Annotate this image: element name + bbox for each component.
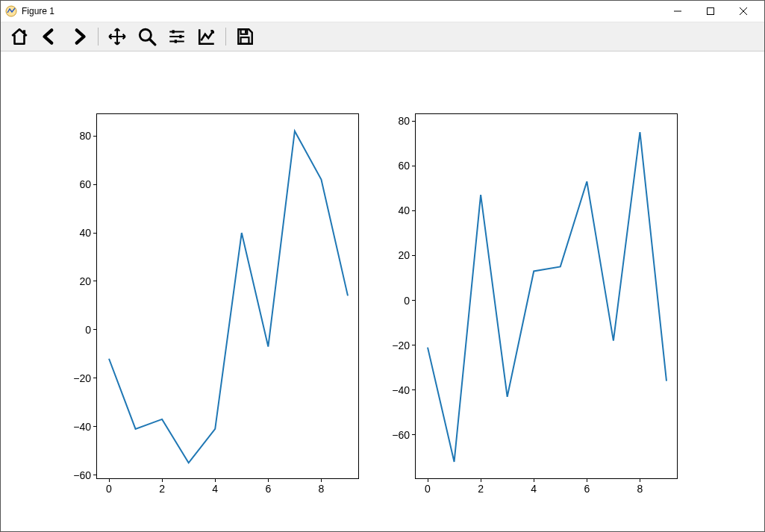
minimize-button[interactable] [661, 1, 694, 22]
titlebar-left: Figure 1 [5, 5, 54, 17]
ytick-label: 80 [79, 130, 91, 142]
back-button[interactable] [35, 24, 63, 49]
xtick-label: 4 [531, 483, 537, 495]
ytick-label: −40 [73, 421, 91, 433]
svg-rect-1 [708, 8, 714, 15]
svg-rect-7 [241, 37, 249, 44]
subplot-2[interactable]: −60−40−2002040608002468 [415, 113, 678, 479]
forward-button[interactable] [65, 24, 93, 49]
arrow-right-icon [69, 27, 89, 46]
ytick-label: 40 [398, 204, 410, 216]
figure-canvas[interactable]: −60−40−2002040608002468−60−40−2002040608… [1, 51, 764, 531]
ytick-label: 0 [85, 324, 91, 336]
maximize-icon [707, 7, 714, 15]
ytick-label: −60 [73, 469, 91, 481]
xtick-label: 4 [212, 483, 218, 495]
window-controls [661, 1, 760, 22]
figure-window: Figure 1 [0, 0, 765, 532]
save-icon [235, 27, 255, 46]
subplots-button[interactable] [163, 24, 191, 49]
xtick-label: 6 [265, 483, 271, 495]
zoom-icon [137, 27, 157, 46]
sliders-icon [167, 27, 187, 46]
svg-rect-4 [179, 35, 181, 38]
close-icon [740, 7, 747, 15]
axis-edit-button[interactable] [193, 24, 221, 49]
line-series [97, 114, 360, 480]
toolbar-separator [98, 28, 99, 46]
window-title: Figure 1 [22, 6, 54, 16]
zoom-button[interactable] [133, 24, 161, 49]
ytick-label: 60 [79, 178, 91, 190]
toolbar-separator [225, 28, 226, 46]
ytick-label: −60 [392, 429, 410, 441]
ytick-label: −40 [392, 384, 410, 396]
arrow-left-icon [40, 27, 59, 46]
ytick-label: 80 [398, 115, 410, 127]
ytick-label: 60 [398, 160, 410, 172]
xtick-label: 6 [584, 483, 590, 495]
xtick-label: 2 [478, 483, 484, 495]
subplot-1[interactable]: −60−40−2002040608002468 [96, 113, 359, 479]
ytick-label: −20 [392, 339, 410, 351]
svg-rect-5 [175, 40, 177, 43]
chart-line-icon [197, 27, 216, 46]
axes-frame: −60−40−2002040608002468 [96, 113, 359, 479]
home-button[interactable] [5, 24, 34, 49]
move-icon [107, 27, 127, 46]
ytick-label: 40 [79, 227, 91, 239]
svg-rect-3 [172, 30, 175, 33]
xtick-label: 0 [106, 483, 112, 495]
ytick-label: 20 [79, 275, 91, 287]
titlebar: Figure 1 [1, 1, 764, 22]
home-icon [10, 27, 29, 46]
app-icon [5, 5, 17, 17]
svg-rect-8 [245, 30, 246, 33]
pan-button[interactable] [103, 24, 131, 49]
xtick-label: 8 [637, 483, 643, 495]
minimize-icon [674, 7, 681, 15]
maximize-button[interactable] [694, 1, 727, 22]
ytick-label: 0 [404, 295, 410, 307]
xtick-label: 0 [425, 483, 431, 495]
save-button[interactable] [231, 24, 259, 49]
toolbar [1, 22, 764, 51]
line-series [416, 114, 678, 480]
ytick-label: −20 [73, 372, 91, 384]
close-button[interactable] [727, 1, 760, 22]
axes-frame: −60−40−2002040608002468 [415, 113, 678, 479]
xtick-label: 2 [159, 483, 165, 495]
ytick-label: 20 [398, 249, 410, 261]
xtick-label: 8 [319, 483, 325, 495]
